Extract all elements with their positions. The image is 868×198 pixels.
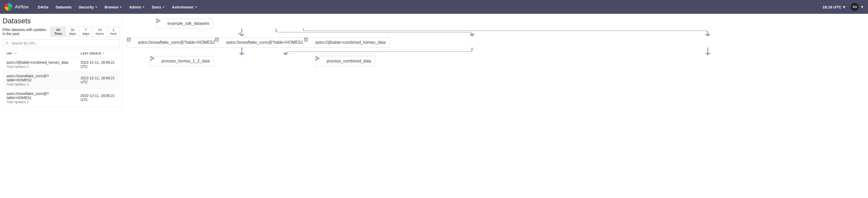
nav-astronomer-label: Astronomer — [172, 5, 194, 9]
node-dataset-combined[interactable]: astro://@table=combined_homes_data — [304, 37, 390, 48]
col-uri-label: URI — [7, 52, 12, 55]
nav-admin[interactable]: Admin▼ — [129, 5, 145, 9]
main: Datasets Filter datasets with updates in… — [0, 14, 868, 110]
row-sub: Total Updates: 2 — [7, 83, 72, 86]
table-row[interactable]: astro://snowflake_conn@?table=HOMES2Tota… — [3, 72, 120, 89]
node-label: astro://snowflake_conn@?table=HOMES2 — [138, 40, 215, 45]
node-dag-process-1-2[interactable]: process_homes_1_2_data — [150, 56, 214, 66]
navbar-right: 18:16 UTC ▼ AU ▼ — [823, 3, 864, 11]
node-label: astro://snowflake_conn@?table=HOMES1 — [226, 40, 303, 45]
filter-row: Filter datasets with updates in the past… — [3, 27, 120, 37]
graph[interactable]: example_sdk_datasets astro://snowflake_c… — [125, 17, 865, 98]
sort-icon: ▲▼ — [13, 53, 17, 54]
svg-point-7 — [304, 38, 308, 39]
svg-rect-2 — [156, 19, 157, 20]
table-row[interactable]: astro://@table=combined_homes_dataTotal … — [3, 58, 120, 72]
search-wrap[interactable] — [3, 39, 120, 47]
node-label: process_homes_1_2_data — [161, 59, 210, 63]
airflow-logo-icon — [4, 3, 13, 11]
col-uri[interactable]: URI▲▼ — [3, 49, 76, 58]
svg-rect-12 — [316, 59, 317, 60]
chevron-down-icon: ▼ — [142, 6, 145, 8]
svg-rect-8 — [151, 57, 152, 58]
filter-7-days[interactable]: 7 days — [80, 27, 92, 37]
nav-astronomer[interactable]: Astronomer▼ — [172, 5, 197, 9]
col-last-label: LAST UPDATE — [81, 52, 101, 55]
svg-rect-11 — [316, 57, 317, 58]
col-last-update[interactable]: LAST UPDATE▼ — [76, 49, 120, 58]
page-title: Datasets — [3, 17, 120, 25]
svg-rect-10 — [153, 58, 154, 59]
filter-label: Filter datasets with updates in the past… — [3, 28, 49, 36]
dag-icon — [154, 59, 158, 63]
svg-rect-13 — [318, 58, 319, 59]
nav-security-label: Security — [79, 5, 94, 9]
database-icon — [130, 40, 134, 45]
row-last-update: 2022-12-11, 18:08:21 UTC — [76, 72, 120, 89]
svg-point-5 — [127, 38, 130, 39]
chevron-down-icon: ▼ — [842, 5, 846, 9]
chevron-down-icon: ▼ — [860, 5, 864, 9]
nav-security[interactable]: Security▼ — [79, 5, 97, 9]
svg-rect-3 — [156, 22, 157, 23]
filter-24-hours[interactable]: 24 hours — [92, 27, 107, 37]
brand[interactable]: Airflow — [4, 3, 29, 11]
svg-rect-9 — [151, 59, 152, 60]
row-uri: astro://snowflake_conn@?table=HOMES2 — [7, 74, 72, 82]
svg-point-0 — [6, 42, 8, 44]
graph-edges — [125, 17, 865, 98]
row-uri: astro://@table=combined_homes_data — [7, 60, 72, 64]
right-panel: example_sdk_datasets astro://snowflake_c… — [123, 14, 868, 110]
filter-30-days[interactable]: 30 days — [65, 27, 80, 37]
row-last-update: 2022-12-11, 18:08:21 UTC — [76, 58, 120, 72]
chevron-down-icon: ▼ — [120, 6, 122, 8]
node-dag-root[interactable]: example_sdk_datasets — [156, 19, 213, 29]
time-label: 18:16 UTC — [823, 5, 841, 9]
nav-dags-label: DAGs — [38, 5, 49, 9]
brand-name: Airflow — [15, 4, 29, 10]
user-menu[interactable]: AU ▼ — [850, 3, 864, 11]
dag-icon — [319, 59, 323, 63]
row-uri: astro://snowflake_conn@?table=HOMES1 — [7, 92, 72, 100]
node-label: astro://@table=combined_homes_data — [315, 40, 386, 45]
avatar: AU — [850, 3, 859, 11]
svg-rect-4 — [159, 20, 160, 21]
node-dag-process-combined[interactable]: process_combined_data — [315, 56, 375, 66]
datasets-table: URI▲▼ LAST UPDATE▼ astro://@table=combin… — [3, 49, 120, 107]
nav-browse-label: Browse — [104, 5, 118, 9]
left-panel: Datasets Filter datasets with updates in… — [0, 14, 123, 110]
nav-items: DAGs Datasets Security▼ Browse▼ Admin▼ D… — [38, 5, 197, 9]
row-sub: Total Updates: 2 — [7, 65, 72, 68]
svg-line-1 — [8, 44, 8, 45]
filter-1-hour[interactable]: 1 hour — [107, 27, 120, 37]
node-dataset-homes1[interactable]: astro://snowflake_conn@?table=HOMES1 — [215, 37, 307, 48]
nav-docs[interactable]: Docs▼ — [152, 5, 165, 9]
chevron-down-icon: ▼ — [95, 6, 97, 8]
svg-point-6 — [215, 38, 219, 39]
search-icon — [5, 41, 9, 45]
table-row[interactable]: astro://snowflake_conn@?table=HOMES1Tota… — [3, 89, 120, 107]
nav-browse[interactable]: Browse▼ — [104, 5, 122, 9]
nav-admin-label: Admin — [129, 5, 141, 9]
row-sub: Total Updates: 2 — [7, 100, 72, 104]
nav-datasets-label: Datasets — [56, 5, 72, 9]
node-label: example_sdk_datasets — [167, 21, 209, 26]
avatar-initials: AU — [852, 5, 857, 9]
node-label: process_combined_data — [327, 59, 371, 63]
dag-icon — [160, 22, 164, 26]
row-last-update: 2022-12-11, 18:08:21 UTC — [76, 89, 120, 107]
nav-datasets[interactable]: Datasets — [56, 5, 72, 9]
chevron-down-icon: ▼ — [162, 6, 165, 8]
navbar: Airflow DAGs Datasets Security▼ Browse▼ … — [0, 0, 868, 14]
nav-docs-label: Docs — [152, 5, 161, 9]
filter-all-time[interactable]: All Time — [50, 27, 65, 37]
database-icon — [219, 40, 223, 45]
node-dataset-homes2[interactable]: astro://snowflake_conn@?table=HOMES2 — [126, 37, 219, 48]
chevron-down-icon: ▼ — [195, 6, 197, 8]
database-icon — [308, 40, 312, 45]
time-display[interactable]: 18:16 UTC ▼ — [823, 5, 846, 9]
nav-dags[interactable]: DAGs — [38, 5, 49, 9]
sort-desc-icon: ▼ — [102, 53, 104, 54]
search-input[interactable] — [11, 41, 117, 45]
